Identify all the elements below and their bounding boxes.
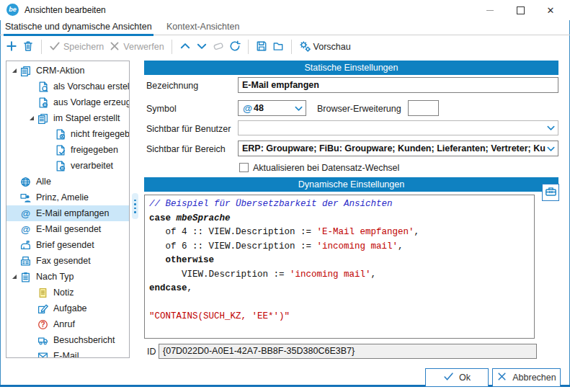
tree-expand-caret[interactable] <box>8 275 20 279</box>
pencil-icon <box>37 303 49 314</box>
gears-icon <box>299 40 311 54</box>
dynamic-settings-header: Dynamische Einstellungen <box>144 177 558 192</box>
tree-item-aufgabe[interactable]: Aufgabe <box>6 300 129 316</box>
maximize-button[interactable] <box>505 0 535 20</box>
move-down-button[interactable] <box>196 40 208 54</box>
browser-erweiterung-input[interactable] <box>408 100 439 116</box>
tree-item-e-mail[interactable]: E-Mail <box>6 348 129 358</box>
at-icon: @ <box>242 103 254 114</box>
ok-button[interactable]: Ok <box>425 368 489 387</box>
tree-item-freigegeben[interactable]: freigegeben <box>6 142 129 158</box>
tree-item-label: nicht freigegeben <box>71 129 130 139</box>
preview-button[interactable]: Vorschau <box>299 40 351 54</box>
title-bar: be Ansichten bearbeiten ✕ <box>0 0 570 20</box>
trash-icon <box>22 40 34 54</box>
export-button[interactable] <box>256 40 267 54</box>
eraser-button[interactable] <box>213 40 224 54</box>
refresh-button[interactable] <box>229 40 241 54</box>
tree-item-aus-vorlage-erzeugt[interactable]: aus Vorlage erzeugt <box>6 94 129 110</box>
code-line: VIEW.Description := 'incoming mail', <box>149 268 530 282</box>
tree-item-nicht-freigegeben[interactable]: nicht freigegeben <box>6 126 129 142</box>
save-button[interactable]: Speichern <box>49 40 104 54</box>
tree-item-als-vorschau-erstellt[interactable]: als Vorschau erstellt <box>6 79 129 94</box>
tree-item-label: Alle <box>36 177 51 187</box>
pages-icon <box>20 66 32 76</box>
tree-item-brief-gesendet[interactable]: Brief gesendet <box>6 237 129 253</box>
tree-item-fax-gesendet[interactable]: Fax gesendet <box>6 253 129 269</box>
plus-icon <box>6 40 17 54</box>
move-up-button[interactable] <box>179 40 191 54</box>
panel-splitter-handle[interactable] <box>132 193 138 219</box>
tab-kontext-ansichten[interactable]: Kontext-Ansichten <box>166 21 239 34</box>
sichtbar-benutzer-label: Sichtbar für Benutzer <box>146 124 231 134</box>
doc-x-icon <box>55 129 66 140</box>
window-controls: ✕ <box>475 0 566 20</box>
code-line: otherwise <box>149 254 530 268</box>
sichtbar-benutzer-select[interactable] <box>238 120 558 135</box>
tree-item-notiz[interactable]: Notiz <box>6 285 129 300</box>
sichtbar-bereich-select[interactable]: ERP: Groupware; FiBu: Groupware; Kunden;… <box>238 141 558 156</box>
fax-icon <box>20 256 32 267</box>
abbrechen-button[interactable]: Abbrechen <box>492 368 561 387</box>
open-button[interactable] <box>272 40 284 54</box>
tree-item-prinz-amelie[interactable]: Prinz, Amelie <box>6 190 129 205</box>
tree-item-alle[interactable]: Alle <box>6 174 129 190</box>
tree-item-label: Aufgabe <box>53 303 87 313</box>
tree-item-label: Besuchsbericht <box>53 335 115 345</box>
symbol-select[interactable]: @ 48 <box>238 100 306 116</box>
check-icon <box>443 371 454 384</box>
close-icon: ✕ <box>547 6 555 15</box>
doc-gear-icon <box>55 161 66 172</box>
tree-item-label: als Vorschau erstellt <box>53 81 130 92</box>
tree-item-e-mail-gesendet[interactable]: @E-Mail gesendet <box>6 221 129 237</box>
symbol-label: Symbol <box>146 104 177 114</box>
close-icon <box>496 371 507 384</box>
svg-text:@: @ <box>21 224 30 235</box>
x-icon <box>109 40 120 54</box>
formula-code-editor[interactable]: // Beispiel für Übersetzbarkeit der Ansi… <box>144 195 535 339</box>
tree-item-anruf[interactable]: ?Anruf <box>6 316 129 332</box>
tree-item-besuchsbericht[interactable]: Besuchsbericht <box>6 332 129 348</box>
question-icon: ? <box>37 319 49 330</box>
tree-item-label: verarbeitet <box>71 161 113 171</box>
discard-button[interactable]: Verwerfen <box>109 40 164 54</box>
close-button[interactable]: ✕ <box>535 0 566 20</box>
tree-expand-caret[interactable] <box>8 68 20 73</box>
refresh-icon <box>229 40 241 54</box>
static-settings-header: Statische Einstellungen <box>144 61 558 75</box>
chevron-down-icon <box>545 123 556 133</box>
tab-strip: Statische und dynamische Ansichten Konte… <box>0 21 570 35</box>
tree-item-crm-aktion[interactable]: CRM-Aktion <box>6 63 129 79</box>
tree-item-label: Fax gesendet <box>36 256 91 266</box>
tree-item-label: aus Vorlage erzeugt <box>53 97 130 107</box>
tree-item-nach-typ[interactable]: Nach Typ <box>6 269 129 285</box>
formula-editor-button[interactable] <box>542 184 559 201</box>
tree-expand-caret[interactable] <box>25 116 37 120</box>
note-icon <box>37 288 49 298</box>
doc-search-icon <box>37 81 49 92</box>
globe-icon <box>20 177 32 187</box>
tree-item-e-mail-empfangen[interactable]: @E-Mail empfangen <box>6 205 129 221</box>
add-button[interactable] <box>6 40 17 54</box>
toolbar-separator <box>172 40 172 54</box>
toolbar-separator <box>41 40 42 54</box>
truck-icon <box>37 335 49 346</box>
chevron-down-icon <box>545 144 556 153</box>
minimize-button[interactable] <box>475 0 505 20</box>
tree-item-label: Brief gesendet <box>36 240 94 250</box>
aktualisieren-checkbox[interactable] <box>239 163 249 172</box>
delete-button[interactable] <box>22 40 34 54</box>
bezeichnung-label: Bezeichnung <box>146 81 198 91</box>
check-icon <box>49 40 61 54</box>
tree-item-im-stapel-erstellt[interactable]: im Stapel erstellt <box>6 110 129 126</box>
code-line: of 6 :: VIEW.Description := 'incoming ma… <box>149 240 530 254</box>
bezeichnung-input[interactable]: E-Mail empfangen <box>238 77 558 93</box>
tree-item-verarbeitet[interactable]: verarbeitet <box>6 158 129 174</box>
person-icon <box>20 192 32 203</box>
tree-item-label: E-Mail empfangen <box>36 208 109 218</box>
code-line: // Beispiel für Übersetzbarkeit der Ansi… <box>149 197 530 212</box>
code-line: of 4 :: VIEW.Description := 'E-Mail empf… <box>149 226 530 240</box>
tab-statische-dynamische-ansichten[interactable]: Statische und dynamische Ansichten <box>4 21 153 36</box>
folder-icon <box>272 40 284 54</box>
sichtbar-bereich-value: ERP: Groupware; FiBu: Groupware; Kunden;… <box>242 143 545 153</box>
